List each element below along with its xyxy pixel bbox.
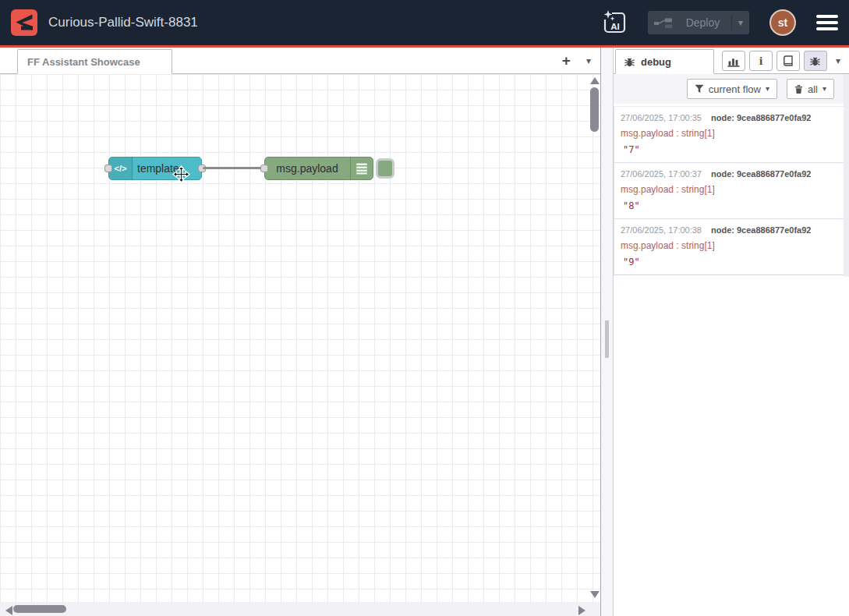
deploy-label: Deploy [679, 16, 727, 29]
trash-icon [794, 84, 803, 94]
flow-tabbar: FF Assistant Showcase + ▾ [0, 48, 600, 74]
deploy-node-icon [654, 17, 673, 29]
clear-scope-label: all [808, 83, 818, 95]
workspace: FF Assistant Showcase + ▾ </> template m… [0, 48, 601, 616]
message-timestamp: 27/06/2025, 17:00:35 [621, 113, 702, 122]
node-template[interactable]: </> template [108, 157, 202, 180]
debug-message[interactable]: 27/06/2025, 17:00:38node: 9cea886877e0fa… [614, 219, 849, 274]
template-input-port[interactable] [104, 165, 112, 172]
flow-tab[interactable]: FF Assistant Showcase [17, 49, 172, 74]
tab-debug-label: debug [641, 56, 671, 68]
message-node-id: node: 9cea886877e0fa92 [711, 113, 811, 122]
scroll-left-arrow[interactable] [5, 606, 12, 615]
bar-chart-icon [727, 55, 741, 67]
message-node-id: node: 9cea886877e0fa92 [711, 225, 811, 235]
info-button[interactable]: i [749, 51, 773, 71]
user-avatar[interactable]: st [769, 9, 796, 36]
filter-caret: ▾ [766, 85, 769, 93]
sidebar-tabbar: debug i [614, 48, 849, 74]
bug-icon [809, 55, 821, 67]
clear-caret: ▾ [822, 85, 826, 93]
deploy-button[interactable]: Deploy ▾ [648, 11, 749, 34]
debug-messages-button[interactable] [804, 51, 827, 71]
ai-assistant-button[interactable]: AI [601, 9, 628, 36]
scroll-down-arrow[interactable] [590, 591, 600, 598]
sidebar-scrollbar-track[interactable] [844, 74, 849, 277]
message-timestamp: 27/06/2025, 17:00:38 [621, 225, 702, 235]
debug-message-list: 27/06/2025, 17:00:35node: 9cea886877e0fa… [614, 106, 849, 275]
add-flow-button[interactable]: + [562, 53, 571, 68]
funnel-icon [695, 84, 704, 94]
message-property: msg.payload : string[1] [621, 128, 843, 139]
app-header: Curious-Pallid-Swift-8831 AI Deploy ▾ [0, 0, 849, 48]
info-icon: i [759, 55, 762, 68]
svg-text:AI: AI [610, 22, 620, 31]
splitter-drag-handle[interactable] [605, 320, 609, 358]
message-timestamp: 27/06/2025, 17:00:37 [621, 169, 702, 179]
scroll-up-arrow[interactable] [590, 77, 600, 84]
message-value: "9" [621, 257, 843, 267]
debug-enable-toggle[interactable] [376, 158, 394, 179]
dashboard-chart-button[interactable] [722, 51, 745, 71]
debug-filter-button[interactable]: current flow ▾ [687, 79, 777, 99]
node-label: msg.payload [265, 158, 349, 179]
help-book-button[interactable] [776, 51, 800, 71]
debug-toolbar: current flow ▾ all ▾ [614, 74, 849, 104]
debug-lines-icon [350, 158, 373, 179]
sidebar-tabs-caret[interactable]: ▾ [836, 56, 840, 65]
debug-message[interactable]: 27/06/2025, 17:00:37node: 9cea886877e0fa… [614, 163, 849, 219]
filter-label: current flow [709, 83, 761, 95]
node-label: template [137, 158, 198, 179]
flow-list-caret[interactable]: ▾ [586, 56, 591, 65]
horizontal-scrollbar-thumb[interactable] [13, 605, 66, 613]
message-node-id: node: 9cea886877e0fa92 [711, 169, 811, 179]
code-icon: </> [109, 158, 133, 179]
message-property: msg.payload : string[1] [621, 184, 843, 195]
sidebar-splitter [601, 48, 614, 616]
sparkle-icon [604, 10, 613, 19]
debug-sidebar: debug i [614, 48, 849, 616]
scroll-right-arrow[interactable] [578, 606, 585, 615]
deploy-options-caret[interactable]: ▾ [731, 15, 743, 30]
message-value: "8" [621, 200, 843, 211]
tab-debug[interactable]: debug [615, 49, 714, 74]
debug-message[interactable]: 27/06/2025, 17:00:35node: 9cea886877e0fa… [614, 107, 849, 163]
message-value: "7" [621, 144, 843, 155]
debug-clear-button[interactable]: all ▾ [787, 79, 834, 99]
flow-canvas[interactable]: </> template msg.payload [0, 74, 600, 616]
horizontal-scrollbar-track[interactable] [0, 602, 600, 616]
bug-icon [624, 56, 635, 68]
wire-template-to-debug[interactable] [203, 167, 267, 169]
flowfuse-logo [11, 9, 37, 36]
debug-input-port[interactable] [260, 165, 268, 172]
main-menu-button[interactable] [816, 15, 838, 30]
page-title: Curious-Pallid-Swift-8831 [48, 15, 601, 30]
message-property: msg.payload : string[1] [621, 240, 843, 251]
vertical-scrollbar-thumb[interactable] [590, 87, 599, 132]
node-debug[interactable]: msg.payload [264, 157, 373, 180]
book-icon [782, 55, 794, 66]
